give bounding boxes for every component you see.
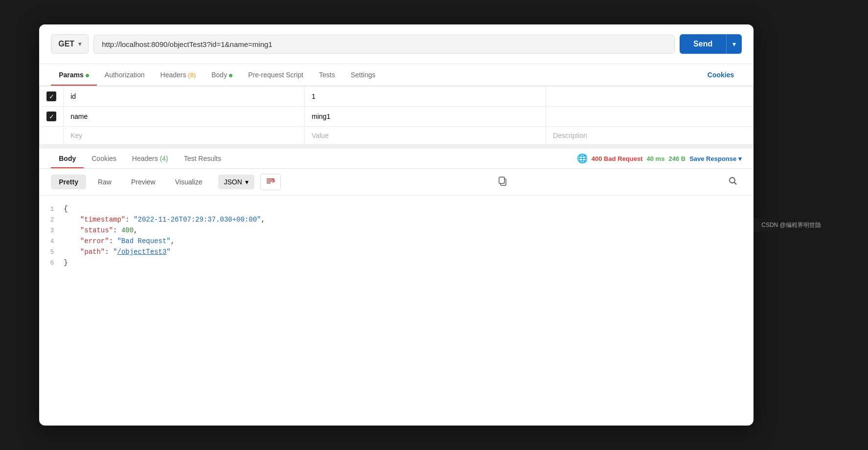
param-desc-name[interactable]	[546, 107, 754, 127]
response-body: 1 { 2 "timestamp": "2022-11-26T07:29:37.…	[39, 196, 754, 426]
param-checkbox-empty[interactable]	[40, 127, 64, 145]
response-time: 40 ms	[647, 155, 665, 162]
url-input[interactable]	[93, 35, 675, 54]
param-value-name[interactable]: ming1	[305, 107, 546, 127]
svg-rect-4	[499, 177, 504, 183]
resp-tab-headers[interactable]: Headers (4)	[124, 149, 176, 168]
param-value-id[interactable]: 1	[305, 87, 546, 107]
format-pretty-button[interactable]: Pretty	[51, 175, 86, 189]
save-response-button[interactable]: Save Response ▾	[689, 155, 742, 162]
response-status-bar: 🌐 400 Bad Request 40 ms 246 B Save Respo…	[577, 153, 742, 164]
format-visualize-button[interactable]: Visualize	[167, 175, 210, 189]
tab-tests[interactable]: Tests	[311, 64, 343, 86]
send-dropdown-button[interactable]: ▾	[726, 34, 742, 54]
param-checkbox-name[interactable]: ✓	[40, 107, 64, 127]
search-code-icon	[728, 176, 738, 186]
param-key-name[interactable]: name	[64, 107, 305, 127]
response-tabs: Body Cookies Headers (4) Test Results 🌐 …	[39, 149, 754, 169]
resp-tab-body[interactable]: Body	[51, 149, 84, 168]
save-response-chevron-icon: ▾	[738, 155, 742, 162]
format-chevron-icon: ▾	[245, 178, 249, 186]
code-line-4: 4 "error": "Bad Request",	[39, 236, 754, 247]
send-button-group: Send ▾	[680, 34, 742, 54]
param-row-id: ✓ id 1	[40, 87, 754, 107]
format-raw-button[interactable]: Raw	[90, 175, 119, 189]
response-section: Body Cookies Headers (4) Test Results 🌐 …	[39, 145, 754, 426]
tab-prerequest[interactable]: Pre-request Script	[240, 64, 311, 86]
param-row-name: ✓ name ming1	[40, 107, 754, 127]
method-label: GET	[58, 40, 74, 48]
method-select[interactable]: GET ▾	[51, 34, 89, 54]
code-line-1: 1 {	[39, 203, 754, 214]
svg-line-6	[734, 182, 737, 184]
response-status-text: 400 Bad Request	[592, 155, 643, 162]
tab-cookies[interactable]: Cookies	[700, 64, 742, 86]
svg-point-5	[730, 178, 735, 183]
response-size: 246 B	[668, 155, 685, 162]
request-tabs: Params Authorization Headers (8) Body Pr…	[39, 64, 754, 86]
method-chevron-icon: ▾	[78, 41, 81, 47]
tab-authorization[interactable]: Authorization	[97, 64, 153, 86]
footer: CSDN @编程界明世隐	[754, 218, 829, 232]
params-section: ✓ id 1 ✓ name ming1	[39, 86, 754, 145]
send-button[interactable]: Send	[680, 34, 726, 54]
code-line-3: 3 "status": 400,	[39, 225, 754, 236]
params-dot	[86, 74, 89, 77]
param-value-empty[interactable]: Value	[305, 127, 546, 145]
param-row-empty: Key Value Description	[40, 127, 754, 145]
globe-icon: 🌐	[577, 153, 588, 164]
params-table: ✓ id 1 ✓ name ming1	[39, 86, 754, 145]
wrap-icon	[266, 177, 275, 185]
wrap-lines-button[interactable]	[260, 174, 281, 190]
format-type-select[interactable]: JSON ▾	[218, 175, 254, 189]
param-key-empty[interactable]: Key	[64, 127, 305, 145]
copy-icon	[498, 176, 507, 186]
tab-headers[interactable]: Headers (8)	[153, 64, 204, 86]
tab-params[interactable]: Params	[51, 64, 97, 86]
param-desc-empty[interactable]: Description	[546, 127, 754, 145]
format-toolbar: Pretty Raw Preview Visualize JSON ▾	[39, 169, 754, 196]
copy-button[interactable]	[494, 174, 511, 190]
resp-tab-cookies[interactable]: Cookies	[84, 149, 124, 168]
tab-settings[interactable]: Settings	[343, 64, 384, 86]
url-bar: GET ▾ Send ▾	[39, 24, 754, 64]
footer-text: CSDN @编程界明世隐	[761, 222, 821, 228]
format-preview-button[interactable]: Preview	[123, 175, 163, 189]
resp-tab-testresults[interactable]: Test Results	[176, 149, 229, 168]
search-code-button[interactable]	[724, 174, 742, 190]
postman-window: GET ▾ Send ▾ Params Authorization Header…	[39, 24, 754, 426]
code-line-5: 5 "path": "/objectTest3"	[39, 247, 754, 257]
param-key-id[interactable]: id	[64, 87, 305, 107]
code-area: 1 { 2 "timestamp": "2022-11-26T07:29:37.…	[39, 196, 754, 276]
code-line-6: 6 }	[39, 257, 754, 268]
param-checkbox-id[interactable]: ✓	[40, 87, 64, 107]
tab-body[interactable]: Body	[204, 64, 240, 86]
body-dot	[229, 74, 232, 77]
code-line-2: 2 "timestamp": "2022-11-26T07:29:37.030+…	[39, 214, 754, 225]
param-desc-id[interactable]	[546, 87, 754, 107]
